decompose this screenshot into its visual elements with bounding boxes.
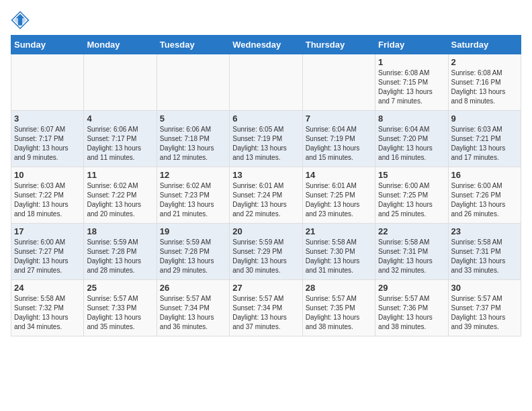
calendar-week-row: 24Sunrise: 5:58 AMSunset: 7:32 PMDayligh… — [11, 280, 521, 336]
day-number: 19 — [160, 226, 226, 236]
calendar-cell: 30Sunrise: 5:57 AMSunset: 7:37 PMDayligh… — [448, 280, 521, 336]
day-number: 12 — [160, 170, 226, 180]
calendar-cell: 25Sunrise: 5:57 AMSunset: 7:33 PMDayligh… — [84, 280, 157, 336]
generalblue-logo-icon — [11, 11, 30, 30]
weekday-header-wednesday: Wednesday — [230, 36, 302, 54]
day-info: Sunrise: 6:06 AMSunset: 7:18 PMDaylight:… — [160, 125, 226, 163]
calendar-week-row: 3Sunrise: 6:07 AMSunset: 7:17 PMDaylight… — [11, 111, 521, 167]
weekday-header-tuesday: Tuesday — [157, 36, 229, 54]
calendar-cell: 18Sunrise: 5:59 AMSunset: 7:28 PMDayligh… — [84, 224, 157, 280]
calendar-week-row: 10Sunrise: 6:03 AMSunset: 7:22 PMDayligh… — [11, 167, 521, 224]
day-info: Sunrise: 6:08 AMSunset: 7:16 PMDaylight:… — [451, 68, 518, 106]
day-info: Sunrise: 5:57 AMSunset: 7:36 PMDaylight:… — [378, 294, 445, 332]
day-number: 28 — [306, 283, 372, 293]
calendar-cell: 1Sunrise: 6:08 AMSunset: 7:15 PMDaylight… — [375, 54, 448, 111]
calendar-cell: 16Sunrise: 6:00 AMSunset: 7:26 PMDayligh… — [448, 167, 521, 224]
day-number: 5 — [160, 113, 226, 124]
calendar-cell: 11Sunrise: 6:02 AMSunset: 7:22 PMDayligh… — [84, 167, 157, 224]
day-info: Sunrise: 5:57 AMSunset: 7:37 PMDaylight:… — [451, 294, 518, 332]
day-info: Sunrise: 6:05 AMSunset: 7:19 PMDaylight:… — [232, 125, 299, 163]
calendar-cell: 24Sunrise: 5:58 AMSunset: 7:32 PMDayligh… — [11, 280, 84, 336]
day-number: 17 — [14, 226, 81, 236]
day-info: Sunrise: 6:01 AMSunset: 7:25 PMDaylight:… — [306, 181, 372, 219]
calendar-cell — [11, 54, 84, 111]
calendar-cell: 8Sunrise: 6:04 AMSunset: 7:20 PMDaylight… — [375, 111, 448, 167]
day-number: 10 — [14, 170, 81, 180]
day-number: 29 — [378, 283, 445, 293]
weekday-header-thursday: Thursday — [302, 36, 375, 54]
day-number: 18 — [87, 226, 153, 236]
day-info: Sunrise: 5:58 AMSunset: 7:31 PMDaylight:… — [451, 238, 518, 275]
day-number: 3 — [14, 113, 81, 124]
day-number: 30 — [451, 283, 518, 293]
day-info: Sunrise: 6:00 AMSunset: 7:27 PMDaylight:… — [14, 238, 81, 275]
calendar-cell: 3Sunrise: 6:07 AMSunset: 7:17 PMDaylight… — [11, 111, 84, 167]
day-number: 9 — [451, 113, 518, 124]
calendar-cell: 19Sunrise: 5:59 AMSunset: 7:28 PMDayligh… — [157, 224, 229, 280]
calendar-cell: 29Sunrise: 5:57 AMSunset: 7:36 PMDayligh… — [375, 280, 448, 336]
day-info: Sunrise: 5:58 AMSunset: 7:31 PMDaylight:… — [378, 238, 445, 275]
weekday-header-monday: Monday — [84, 36, 157, 54]
calendar-header-row: SundayMondayTuesdayWednesdayThursdayFrid… — [11, 36, 521, 54]
day-number: 25 — [87, 283, 153, 293]
day-info: Sunrise: 5:57 AMSunset: 7:34 PMDaylight:… — [160, 294, 226, 332]
calendar-cell: 9Sunrise: 6:03 AMSunset: 7:21 PMDaylight… — [448, 111, 521, 167]
day-number: 13 — [232, 170, 299, 180]
day-info: Sunrise: 5:59 AMSunset: 7:28 PMDaylight:… — [160, 238, 226, 275]
calendar-cell: 14Sunrise: 6:01 AMSunset: 7:25 PMDayligh… — [302, 167, 375, 224]
calendar-cell: 7Sunrise: 6:04 AMSunset: 7:19 PMDaylight… — [302, 111, 375, 167]
day-number: 8 — [378, 113, 445, 124]
day-number: 6 — [232, 113, 299, 124]
calendar-cell: 4Sunrise: 6:06 AMSunset: 7:17 PMDaylight… — [84, 111, 157, 167]
day-info: Sunrise: 6:03 AMSunset: 7:22 PMDaylight:… — [14, 181, 81, 219]
calendar-cell — [157, 54, 229, 111]
calendar-cell: 21Sunrise: 5:58 AMSunset: 7:30 PMDayligh… — [302, 224, 375, 280]
day-number: 2 — [451, 57, 518, 67]
calendar-cell: 17Sunrise: 6:00 AMSunset: 7:27 PMDayligh… — [11, 224, 84, 280]
calendar-table: SundayMondayTuesdayWednesdayThursdayFrid… — [11, 35, 521, 336]
day-number: 4 — [87, 113, 153, 124]
day-number: 7 — [306, 113, 372, 124]
day-number: 27 — [232, 283, 299, 293]
day-number: 15 — [378, 170, 445, 180]
day-info: Sunrise: 5:57 AMSunset: 7:34 PMDaylight:… — [232, 294, 299, 332]
calendar-cell: 26Sunrise: 5:57 AMSunset: 7:34 PMDayligh… — [157, 280, 229, 336]
calendar-cell: 2Sunrise: 6:08 AMSunset: 7:16 PMDaylight… — [448, 54, 521, 111]
calendar-cell: 22Sunrise: 5:58 AMSunset: 7:31 PMDayligh… — [375, 224, 448, 280]
day-number: 1 — [378, 57, 445, 67]
header — [11, 11, 521, 30]
day-info: Sunrise: 5:59 AMSunset: 7:29 PMDaylight:… — [232, 238, 299, 275]
logo — [11, 11, 32, 30]
day-number: 20 — [232, 226, 299, 236]
calendar-week-row: 1Sunrise: 6:08 AMSunset: 7:15 PMDaylight… — [11, 54, 521, 111]
calendar-cell: 13Sunrise: 6:01 AMSunset: 7:24 PMDayligh… — [230, 167, 302, 224]
calendar-cell: 20Sunrise: 5:59 AMSunset: 7:29 PMDayligh… — [230, 224, 302, 280]
day-info: Sunrise: 6:00 AMSunset: 7:26 PMDaylight:… — [451, 181, 518, 219]
weekday-header-saturday: Saturday — [448, 36, 521, 54]
calendar-cell: 28Sunrise: 5:57 AMSunset: 7:35 PMDayligh… — [302, 280, 375, 336]
day-info: Sunrise: 6:00 AMSunset: 7:25 PMDaylight:… — [378, 181, 445, 219]
calendar-cell: 27Sunrise: 5:57 AMSunset: 7:34 PMDayligh… — [230, 280, 302, 336]
day-number: 11 — [87, 170, 153, 180]
day-info: Sunrise: 6:02 AMSunset: 7:23 PMDaylight:… — [160, 181, 226, 219]
day-number: 21 — [306, 226, 372, 236]
day-number: 14 — [306, 170, 372, 180]
day-info: Sunrise: 6:07 AMSunset: 7:17 PMDaylight:… — [14, 125, 81, 163]
weekday-header-friday: Friday — [375, 36, 448, 54]
day-info: Sunrise: 6:03 AMSunset: 7:21 PMDaylight:… — [451, 125, 518, 163]
day-info: Sunrise: 5:59 AMSunset: 7:28 PMDaylight:… — [87, 238, 153, 275]
calendar-body: 1Sunrise: 6:08 AMSunset: 7:15 PMDaylight… — [11, 54, 521, 336]
day-number: 23 — [451, 226, 518, 236]
calendar-cell: 6Sunrise: 6:05 AMSunset: 7:19 PMDaylight… — [230, 111, 302, 167]
calendar-week-row: 17Sunrise: 6:00 AMSunset: 7:27 PMDayligh… — [11, 224, 521, 280]
day-info: Sunrise: 6:01 AMSunset: 7:24 PMDaylight:… — [232, 181, 299, 219]
calendar-cell: 23Sunrise: 5:58 AMSunset: 7:31 PMDayligh… — [448, 224, 521, 280]
day-info: Sunrise: 6:04 AMSunset: 7:20 PMDaylight:… — [378, 125, 445, 163]
day-info: Sunrise: 6:08 AMSunset: 7:15 PMDaylight:… — [378, 68, 445, 106]
day-info: Sunrise: 6:04 AMSunset: 7:19 PMDaylight:… — [306, 125, 372, 163]
day-info: Sunrise: 6:02 AMSunset: 7:22 PMDaylight:… — [87, 181, 153, 219]
calendar-cell: 10Sunrise: 6:03 AMSunset: 7:22 PMDayligh… — [11, 167, 84, 224]
calendar-cell: 15Sunrise: 6:00 AMSunset: 7:25 PMDayligh… — [375, 167, 448, 224]
calendar-cell: 5Sunrise: 6:06 AMSunset: 7:18 PMDaylight… — [157, 111, 229, 167]
weekday-header-sunday: Sunday — [11, 36, 84, 54]
